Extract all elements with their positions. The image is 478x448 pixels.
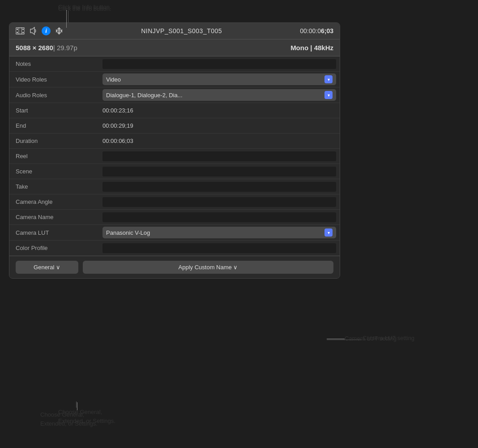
prop-row-color-profile: Color Profile	[9, 241, 340, 256]
svg-marker-9	[57, 27, 61, 30]
prop-input-10[interactable]	[102, 212, 336, 222]
prop-row-start: Start00:00:23;16	[9, 103, 340, 118]
prop-label-10: Camera Name	[9, 211, 99, 223]
audio-icon[interactable]	[29, 27, 37, 35]
camera-lut-annotation-text: Camera LUT setting	[345, 335, 397, 342]
prop-label-11: Camera LUT	[9, 227, 99, 239]
prop-text-3: 00:00:23;16	[102, 107, 133, 114]
clip-title: NINJVP_S001_S003_T005	[68, 27, 295, 34]
click-info-line	[66, 10, 67, 28]
prop-row-camera-name: Camera Name	[9, 210, 340, 225]
prop-row-end: End00:00:29;19	[9, 118, 340, 134]
prop-input-7[interactable]	[102, 167, 336, 177]
svg-marker-10	[57, 32, 61, 34]
prop-row-audio-roles: Audio RolesDialogue-1, Dialogue-2, Dia..…	[9, 87, 340, 103]
svg-marker-7	[30, 27, 34, 34]
prop-dropdown-2[interactable]: Dialogue-1, Dialogue-2, Dia...▾	[102, 89, 336, 101]
prop-label-7: Scene	[9, 165, 99, 177]
chevron-down-icon: ▾	[324, 91, 333, 99]
prop-row-duration: Duration00:00:06;03	[9, 134, 340, 149]
prop-input-8[interactable]	[102, 182, 336, 192]
prop-row-reel: Reel	[9, 149, 340, 164]
info-panel: i NINJVP_S001_S003_T005 00:00:06;03 5088…	[9, 22, 340, 279]
general-button[interactable]: General ∨	[16, 261, 78, 274]
info-button[interactable]: i	[42, 26, 51, 35]
prop-dropdown-11[interactable]: Panasonic V-Log▾	[102, 227, 336, 238]
prop-label-5: Duration	[9, 135, 99, 147]
timecode: 00:00:06;03	[300, 27, 333, 34]
audio-info: Mono | 48kHz	[290, 44, 333, 52]
prop-label-2: Audio Roles	[9, 89, 99, 101]
prop-input-9[interactable]	[102, 197, 336, 207]
svg-rect-4	[22, 32, 24, 33]
prop-label-8: Take	[9, 181, 99, 193]
footer: General ∨ Apply Custom Name ∨	[9, 256, 340, 278]
svg-marker-12	[56, 29, 58, 33]
general-ann-line	[77, 402, 77, 410]
film-icon[interactable]	[16, 27, 25, 34]
toolbar: i NINJVP_S001_S003_T005 00:00:06;03	[9, 23, 340, 39]
prop-label-0: Notes	[9, 58, 99, 70]
chevron-down-icon: ▾	[324, 228, 333, 237]
prop-label-3: Start	[9, 104, 99, 116]
svg-marker-13	[60, 29, 62, 33]
apply-custom-name-button[interactable]: Apply Custom Name ∨	[83, 261, 333, 274]
prop-input-6[interactable]	[102, 151, 336, 161]
svg-rect-2	[17, 32, 18, 33]
prop-label-12: Color Profile	[9, 242, 99, 254]
chevron-down-icon: ▾	[324, 75, 333, 83]
prop-row-notes: Notes	[9, 56, 340, 72]
resolution-info: 5088 × 2680| 29.97p	[16, 44, 77, 52]
click-info-annotation-text: Click the Info button.	[58, 4, 111, 10]
prop-label-6: Reel	[9, 150, 99, 162]
prop-row-take: Take	[9, 179, 340, 194]
prop-input-12[interactable]	[102, 243, 336, 253]
prop-label-1: Video Roles	[9, 73, 99, 86]
camera-lut-ann-line	[327, 339, 345, 339]
prop-row-camera-lut: Camera LUTPanasonic V-Log▾	[9, 225, 340, 241]
prop-dropdown-1[interactable]: Video▾	[102, 73, 336, 85]
prop-label-9: Camera Angle	[9, 196, 99, 208]
general-annotation-line	[76, 401, 77, 408]
transform-icon[interactable]	[55, 27, 63, 35]
svg-rect-3	[22, 29, 24, 30]
prop-text-5: 00:00:06;03	[102, 138, 133, 144]
prop-row-scene: Scene	[9, 164, 340, 179]
prop-row-video-roles: Video RolesVideo▾	[9, 72, 340, 87]
prop-label-4: End	[9, 120, 99, 132]
prop-text-4: 00:00:29;19	[102, 122, 133, 129]
info-bar: 5088 × 2680| 29.97p Mono | 48kHz	[9, 39, 340, 56]
prop-row-camera-angle: Camera Angle	[9, 194, 340, 210]
properties-list: NotesVideo RolesVideo▾Audio RolesDialogu…	[9, 56, 340, 256]
general-annotation-text: Choose General,Extended, or Settings.	[40, 410, 98, 428]
prop-input-0[interactable]	[102, 59, 336, 69]
svg-rect-1	[17, 29, 18, 30]
